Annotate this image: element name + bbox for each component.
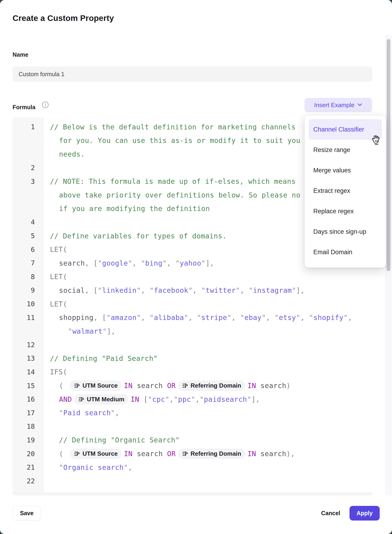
cancel-button[interactable]: Cancel	[317, 506, 345, 520]
property-chip[interactable]: Referring Domain	[178, 380, 245, 391]
code-token: alibaba	[149, 313, 188, 321]
menu-item-email-domain[interactable]: Email Domain	[309, 242, 382, 262]
line-number: 15	[13, 382, 43, 390]
insert-example-label: Insert Example	[314, 102, 354, 109]
code-line-content: walmart],	[43, 327, 372, 335]
code-token: AND	[59, 395, 72, 403]
code-token: ,	[300, 313, 309, 321]
menu-item-days-since-sign-up[interactable]: Days since sign-up	[309, 222, 382, 242]
line-number: 11	[13, 314, 43, 321]
info-circle-icon[interactable]	[42, 101, 49, 108]
code-line[interactable]: 11shopping, [amazon, alibaba, stripe, eb…	[13, 311, 372, 324]
code-token: ],	[296, 286, 305, 294]
code-token: (	[59, 450, 68, 458]
code-line[interactable]: 8LET(	[13, 270, 372, 284]
code-line-content: social, [linkedin, facebook, twitter, in…	[43, 286, 372, 294]
code-token: Organic search	[59, 463, 128, 472]
line-number: 5	[13, 232, 43, 240]
code-line-content: ( UTM SourceIN search ORReferring Domain…	[43, 449, 372, 459]
code-line[interactable]: 16ANDUTM MediumIN [cpc,ppc,paidsearch],	[13, 392, 372, 406]
code-line[interactable]: 12	[13, 338, 372, 352]
code-line[interactable]: 17Paid search,	[13, 406, 372, 420]
code-token: facebook	[149, 286, 193, 294]
code-token: search	[59, 259, 85, 267]
menu-item-merge-values[interactable]: Merge values	[309, 160, 382, 180]
menu-item-replace-regex[interactable]: Replace regex	[309, 201, 382, 222]
create-custom-property-dialog: Create a Custom Property Name Custom for…	[0, 0, 392, 534]
code-token: ,	[348, 313, 352, 321]
code-token: ,	[141, 286, 149, 294]
code-line-content: shopping, [amazon, alibaba, stripe, ebay…	[43, 313, 372, 321]
save-button[interactable]: Save	[13, 506, 41, 520]
menu-item-extract-regex[interactable]: Extract regex	[309, 180, 382, 201]
code-token: ,	[167, 259, 175, 267]
code-token: ,	[128, 463, 132, 472]
code-token: ppc	[174, 395, 195, 403]
line-number: 2	[13, 164, 43, 172]
code-line-content: LET(	[43, 273, 372, 281]
code-line[interactable]: 19// Defining "Organic Search"	[13, 433, 372, 447]
menu-item-channel-classifier[interactable]: Channel Classifier	[309, 119, 382, 140]
code-token: ,	[141, 313, 149, 321]
insert-property-icon	[74, 383, 80, 389]
property-chip[interactable]: UTM Source	[70, 380, 122, 391]
code-token: needs.	[59, 150, 85, 158]
property-chip[interactable]: UTM Source	[70, 449, 122, 459]
code-token: ,	[240, 286, 249, 294]
name-input[interactable]: Custom formula 1	[13, 66, 372, 82]
code-token: ,	[188, 313, 197, 321]
code-token: ],	[205, 259, 214, 267]
code-token: )	[286, 382, 291, 390]
property-chip[interactable]: UTM Medium	[74, 394, 128, 405]
code-line[interactable]: 15( UTM SourceIN search ORReferring Doma…	[13, 379, 372, 392]
code-token: // Below is the default definition for m…	[50, 123, 296, 131]
code-line[interactable]: walmart],	[13, 324, 372, 338]
code-token: amazon	[106, 313, 141, 321]
line-number: 16	[13, 395, 43, 403]
property-chip-label: Referring Domain	[191, 382, 241, 389]
code-token: Paid search	[59, 409, 115, 417]
code-line-content: // Defining "Paid Search"	[43, 354, 372, 363]
code-line[interactable]: 9social, [linkedin, facebook, twitter, i…	[13, 284, 372, 297]
code-token: search	[133, 382, 167, 390]
line-number: 3	[13, 178, 43, 185]
menu-item-resize-range[interactable]: Resize range	[309, 140, 382, 160]
code-token: for you. You can use this as-is or modif…	[59, 136, 300, 145]
insert-example-button[interactable]: Insert Example	[304, 98, 372, 112]
insert-property-icon	[182, 383, 188, 389]
code-line[interactable]: 10LET(	[13, 297, 372, 311]
code-token: ,	[195, 395, 200, 403]
code-token: OR	[167, 450, 176, 458]
code-token: walmart	[68, 327, 107, 335]
line-number: 18	[13, 422, 43, 430]
hand-cursor-icon	[371, 135, 380, 146]
code-token: // Define variables for types of domains…	[50, 232, 227, 240]
editor-horizontal-scrollbar[interactable]	[13, 492, 372, 496]
code-token: yahoo	[175, 259, 205, 267]
code-token: LET(	[50, 273, 67, 281]
code-token: IN	[247, 382, 256, 390]
code-line[interactable]: 20( UTM SourceIN search ORReferring Doma…	[13, 447, 372, 461]
code-line[interactable]: 22	[13, 474, 372, 488]
code-token: ebay	[240, 313, 266, 321]
formula-label: Formula	[13, 104, 36, 111]
property-chip-label: UTM Medium	[87, 396, 125, 403]
code-line[interactable]: 14IFS(	[13, 365, 372, 379]
code-line[interactable]: 21Organic search,	[13, 461, 372, 474]
code-line[interactable]: 13// Defining "Paid Search"	[13, 352, 372, 365]
dialog-scrollbar-thumb[interactable]	[387, 39, 390, 271]
code-token: instagram	[249, 286, 296, 294]
property-chip[interactable]: Referring Domain	[178, 449, 245, 459]
insert-property-icon	[182, 451, 188, 457]
chevron-down-icon	[357, 103, 362, 107]
code-token: // Defining "Paid Search"	[50, 354, 158, 363]
code-token: , [	[93, 313, 107, 321]
code-token: // Defining "Organic Search"	[59, 436, 180, 444]
apply-button[interactable]: Apply	[350, 506, 380, 520]
code-token: search	[256, 450, 286, 458]
code-token: IN	[124, 450, 133, 458]
code-token: cpc	[148, 395, 169, 403]
code-token: // NOTE: This formula is made up of if-e…	[50, 177, 296, 185]
code-line[interactable]: 18	[13, 420, 372, 433]
code-token: search	[133, 450, 167, 458]
